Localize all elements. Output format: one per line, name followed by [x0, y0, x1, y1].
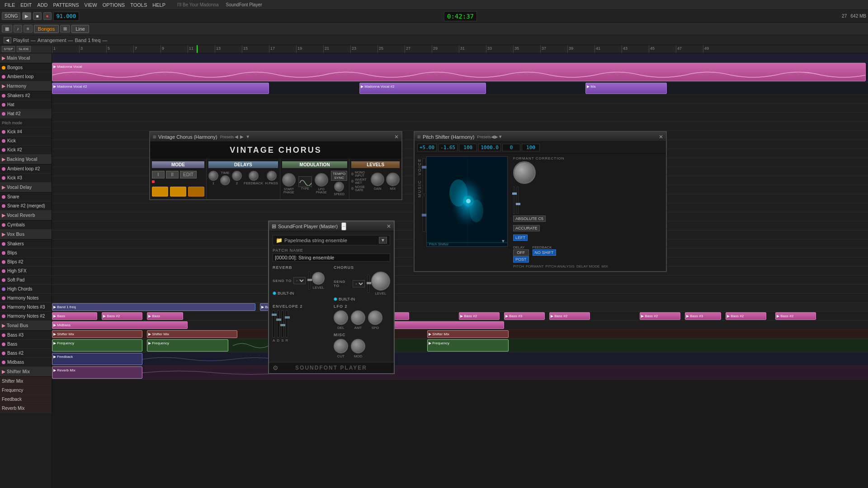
mod-type-selector[interactable]: [298, 176, 312, 187]
track-item-frequency[interactable]: Frequency: [0, 386, 52, 395]
track-item-highchords[interactable]: High Chords: [0, 285, 52, 294]
play-button[interactable]: ▶: [22, 12, 31, 20]
sf-chorus-level-thumb[interactable]: [367, 282, 371, 284]
track-group-harmony[interactable]: ▶ Harmony: [0, 81, 52, 91]
chorus-btn-2[interactable]: [170, 187, 186, 197]
clip-madonna-vocal2c[interactable]: ▶ Ma: [585, 83, 667, 94]
breadcrumb-band1freq[interactable]: Band 1 freq: [75, 38, 100, 43]
track-item-snare2[interactable]: Snare #2 (merged): [0, 202, 52, 211]
clip-madonna-vocal[interactable]: ▶ Madonna Vocal: [52, 63, 866, 81]
mono-input-radio[interactable]: [351, 173, 354, 175]
vc-prev-preset[interactable]: ◀: [234, 134, 239, 139]
ps-off-btn[interactable]: OFF: [513, 249, 529, 256]
vc-menu[interactable]: ▼: [245, 134, 251, 139]
delays-knob-hpass[interactable]: [267, 171, 277, 181]
clip-bass3c[interactable]: ▶ Bass #3: [685, 312, 721, 320]
mode-btn-edit[interactable]: EDIT: [180, 171, 197, 178]
sf-chorus-level-knob[interactable]: [371, 272, 390, 291]
track-item-harmonynotes3[interactable]: Harmony Notes #3: [0, 303, 52, 312]
song-button[interactable]: SONG: [2, 12, 20, 20]
clip-bass2f[interactable]: ▶ Bass #2: [726, 312, 766, 320]
track-item-bass2[interactable]: Bass #2: [0, 349, 52, 358]
sf-minimize[interactable]: −: [341, 222, 346, 230]
track-group-backing-vocal[interactable]: ▶ Backing Vocal: [0, 155, 52, 164]
track-group-vox-bus[interactable]: ▶ Vox Bus: [0, 230, 52, 239]
ps-slider-2-thumb[interactable]: [516, 203, 520, 205]
track-item-shakers[interactable]: Shakers: [0, 239, 52, 249]
clip-bass3b[interactable]: ▶ Bass #3: [504, 312, 545, 320]
ps-absolute-btn[interactable]: ABSOLUTE C5: [513, 216, 546, 222]
track-item-pitch-mode[interactable]: Pitch mode: [0, 118, 52, 127]
sf-chorus-sendto-select[interactable]: -: [353, 280, 365, 287]
sf-misc-cut-knob[interactable]: [334, 339, 348, 353]
mod-lfo-phase-knob[interactable]: [315, 173, 328, 187]
track-item-feedback[interactable]: Feedback: [0, 395, 52, 404]
clip-frequency3[interactable]: ▶ Frequency: [427, 339, 509, 352]
menu-edit[interactable]: EDIT: [18, 1, 34, 9]
sf-env-r-slider[interactable]: [286, 310, 288, 338]
track-group-shifter-mix[interactable]: ▶ Shifter Mix: [0, 367, 52, 377]
ps-prev-preset[interactable]: ◀: [491, 134, 495, 139]
clip-bass2e[interactable]: ▶ Bass #2: [640, 312, 680, 320]
nav-back-button[interactable]: ◀: [4, 37, 11, 43]
ps-slider-2[interactable]: [517, 187, 519, 214]
clip-frequency2[interactable]: ▶ Frequency: [147, 339, 228, 352]
delays-knob-2[interactable]: [220, 175, 230, 185]
ps-main-knob[interactable]: [513, 161, 536, 184]
menu-add[interactable]: ADD: [34, 1, 50, 9]
record-button[interactable]: ●: [43, 12, 52, 20]
clip-bass2d[interactable]: ▶ Bass #2: [549, 312, 590, 320]
ps-slider-1[interactable]: [513, 187, 515, 214]
mode-btn-I[interactable]: I: [152, 171, 165, 178]
levels-gain-knob[interactable]: [371, 173, 384, 186]
clip-bass2c[interactable]: ▶ Bass #2: [459, 312, 500, 320]
track-item-shakers2[interactable]: Shakers #2: [0, 91, 52, 100]
track-group-vocal-delay[interactable]: ▶ Vocal Delay: [0, 183, 52, 192]
track-item-harmonynotes2[interactable]: Harmony Notes #2: [0, 312, 52, 321]
clip-madonna-vocal2[interactable]: ▶ Madonna Vocal #2: [52, 83, 269, 94]
track-item-bass3[interactable]: Bass #3: [0, 331, 52, 340]
mixer-button[interactable]: ≡: [24, 25, 33, 33]
channel-rack-button[interactable]: ⊞: [60, 25, 70, 33]
sf-chorus-level-slider[interactable]: [368, 275, 369, 293]
playlist-button[interactable]: ▦: [2, 25, 12, 33]
menu-view[interactable]: VIEW: [82, 1, 100, 9]
step-button[interactable]: STEP: [2, 46, 15, 52]
track-item-kick3[interactable]: Kick #3: [0, 174, 52, 183]
track-item-hat[interactable]: Hat: [0, 100, 52, 109]
sf-patch-input[interactable]: [273, 253, 390, 262]
track-item-kick4[interactable]: Kick #4: [0, 127, 52, 136]
sf-env-s-slider[interactable]: [281, 310, 283, 338]
sf-lfo2-amt-knob[interactable]: [351, 310, 365, 325]
ps-next-preset[interactable]: ▶: [495, 134, 498, 139]
track-item-blips2[interactable]: Blips #2: [0, 258, 52, 267]
track-item-midbass[interactable]: Midbass: [0, 358, 52, 367]
track-item-highsfx[interactable]: High SFX: [0, 267, 52, 276]
menu-patterns[interactable]: PATTERNS: [51, 1, 82, 9]
sf-reverb-builtin-radio[interactable]: [273, 291, 276, 295]
invert-wet-radio[interactable]: [351, 180, 354, 183]
breadcrumb-arrangement[interactable]: Arrangement: [38, 38, 66, 43]
sf-reverb-level-knob[interactable]: [312, 272, 325, 285]
sf-env-s-thumb[interactable]: [280, 324, 285, 326]
ps-slider-1-thumb[interactable]: [512, 192, 517, 195]
breadcrumb-playlist[interactable]: Playlist: [13, 38, 29, 43]
ps-post-btn[interactable]: POST: [513, 256, 529, 263]
track-item-harmonynotes[interactable]: Harmony Notes: [0, 294, 52, 303]
pitch-shifter-close[interactable]: ✕: [659, 134, 663, 140]
sf-reverb-level-slider[interactable]: [308, 272, 310, 290]
track-group-tonal-bus[interactable]: ▶ Tonal Bus: [0, 321, 52, 331]
track-item-kick[interactable]: Kick: [0, 136, 52, 145]
track-item-softpad[interactable]: Soft Pad: [0, 276, 52, 285]
sf-chorus-builtin-radio[interactable]: [334, 297, 337, 301]
mod-tempo-sync-btn[interactable]: TEMPO SYNC: [331, 171, 347, 181]
clip-shifter-mix[interactable]: ▶ Shifter Mix: [52, 330, 142, 338]
track-item-shifter-mix[interactable]: Shifter Mix: [0, 377, 52, 386]
sf-misc-mod-knob[interactable]: [351, 339, 365, 353]
menu-tools[interactable]: TOOLS: [127, 1, 150, 9]
sf-reverb-sendto-select[interactable]: -: [293, 277, 306, 284]
track-group-main-vocal[interactable]: ▶ Main Vocal: [0, 53, 52, 63]
chorus-btn-3[interactable]: [188, 187, 204, 197]
clip-shifter-mix2[interactable]: ▶ Shifter Mix: [147, 330, 237, 338]
sf-lfo2-del-knob[interactable]: [334, 310, 348, 325]
